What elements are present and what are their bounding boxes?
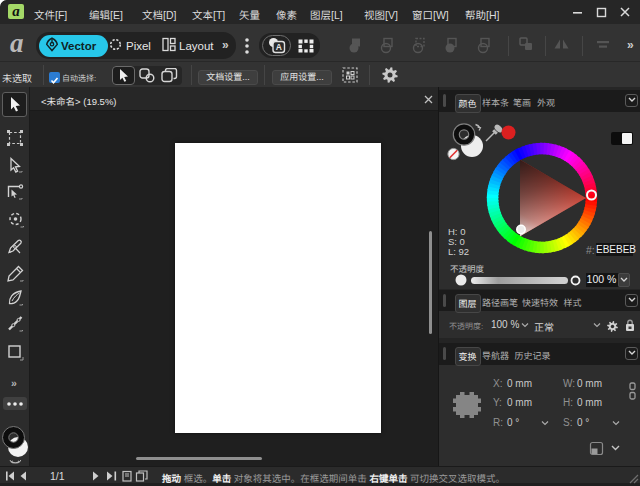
svg-text:A: A [276, 42, 282, 52]
